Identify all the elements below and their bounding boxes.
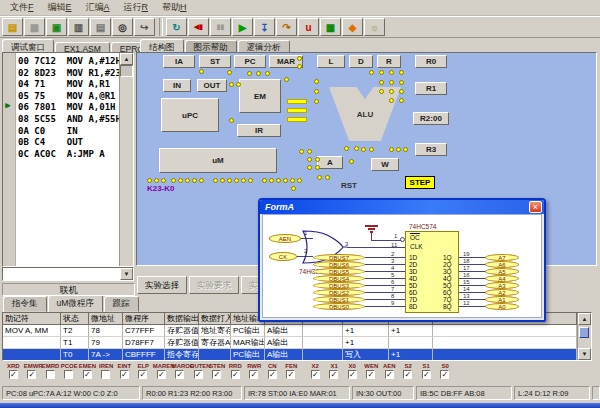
save-button[interactable]: ▦ [24,18,45,36]
signal-check-s1[interactable]: ✓ [422,370,431,379]
signal-check-aen[interactable]: ✓ [385,370,394,379]
listing-line[interactable]: 08 5C55 AND A,#55H [18,114,121,125]
signal-check-xrd[interactable]: ✓ [9,370,18,379]
signal-check-sten[interactable]: ✓ [212,370,221,379]
diagram-block-r0[interactable]: R0 [415,55,447,68]
compile-button[interactable]: ▣ [46,18,67,36]
scroll-thumb[interactable] [579,327,589,338]
close-icon[interactable]: × [529,201,542,213]
step-button[interactable]: STEP [405,176,435,189]
chevron-down-icon[interactable]: ▼ [120,268,133,280]
table-row[interactable]: T07A ->CBFFFF指令寄存器IPC输出A输出写入+1 [3,349,577,361]
signal-check-emwr[interactable]: ✓ [27,370,36,379]
help-button[interactable]: ☼ [364,18,385,36]
signal-check-s2[interactable]: ✓ [403,370,412,379]
tab-bottom-3[interactable]: 跟踪 [104,296,139,312]
stop-button[interactable]: ◀▮ [188,18,209,36]
signal-check-pcoe[interactable] [64,370,73,379]
listing-line[interactable]: 06 7801 MOV A,01H [18,102,116,113]
listing-line[interactable]: 04 71 MOV A,R1 [18,79,110,90]
listing-scrollbar[interactable]: ▲ [119,53,133,266]
diagram-block-em[interactable]: EM [239,79,281,113]
menu-item-3[interactable]: 汇编A [79,0,117,15]
signal-check-iren[interactable] [101,370,110,379]
chip-button[interactable]: ▦ [320,18,341,36]
assembly-listing[interactable]: 00 7C12 MOV A,#12H02 8D23 MOV R1,#23H04 … [2,52,134,267]
signal-check-cn[interactable]: ✓ [268,370,277,379]
diagram-block-a[interactable]: A [317,156,343,169]
file-combobox[interactable]: ▼ [2,267,134,281]
signal-check-wen[interactable]: ✓ [366,370,375,379]
scroll-down-icon[interactable]: ▼ [578,348,591,360]
diagram-block-r1[interactable]: R1 [415,82,447,95]
scroll-up-icon[interactable]: ▲ [578,313,591,325]
diagram-block-pc[interactable]: PC [234,55,266,68]
diagram-block-d[interactable]: D [349,55,373,68]
diagram-block-out[interactable]: OUT [197,79,227,92]
tab-bottom-1[interactable]: 指令集 [3,296,47,312]
pin-number: 1 [394,233,397,239]
listing-line[interactable]: 0B C4 OUT [18,137,83,148]
menu-item-4[interactable]: 运行R [117,0,156,15]
run-button[interactable]: ▶ [232,18,253,36]
diagram-block-ir[interactable]: IR [237,124,281,137]
diagram-block-r3[interactable]: R3 [415,143,447,156]
forma-title-bar[interactable]: FormA [260,200,544,214]
diagram-block-r[interactable]: R [377,55,401,68]
listing-line[interactable]: 0A C0 IN [18,126,78,137]
reset-button[interactable]: ↻ [166,18,187,36]
signal-check-x1[interactable]: ✓ [329,370,338,379]
save-icon: ▦ [30,22,39,33]
table-scrollbar[interactable]: ▲ ▼ [577,313,591,360]
listing-line[interactable]: 00 7C12 MOV A,#12H [18,56,121,67]
signal-check-outen[interactable]: ✓ [194,370,203,379]
diagram-block-upc[interactable]: uPC [161,98,219,132]
diagram-block-w[interactable]: W [371,158,399,171]
diagram-block-l[interactable]: L [317,55,345,68]
listing-line[interactable]: 02 8D23 MOV R1,#23H [18,68,126,79]
copy-button[interactable]: ▥ [68,18,89,36]
forma-window[interactable]: FormA × AENCK12374HC3274HC574OCCLK111DBU… [258,198,546,322]
scroll-up-icon[interactable]: ▲ [120,53,133,65]
menu-item-1[interactable]: 文件F [3,0,41,15]
diagram-block-st[interactable]: ST [199,55,231,68]
diagram-block-in[interactable]: IN [163,79,191,92]
search-button[interactable]: ◎ [112,18,133,36]
tab-bottom-2[interactable]: uM微程序 [48,295,103,312]
signal-check-rrd[interactable]: ✓ [231,370,240,379]
signal-check-fen[interactable]: ✓ [286,370,295,379]
signal-check-emen[interactable]: ✓ [83,370,92,379]
connection-dot [290,178,295,183]
signal-check-eint[interactable]: ✓ [120,370,129,379]
pause-button[interactable]: ▮▮ [210,18,231,36]
open-button[interactable]: ▤ [2,18,23,36]
diagram-block-um[interactable]: uM [159,148,277,173]
table-row[interactable]: MOV A, MMT278C77FFF存贮器值EM地址寄存器IPC输出A输出+1… [3,325,577,337]
signal-check-x0[interactable]: ✓ [348,370,357,379]
jump-button[interactable]: ◆ [342,18,363,36]
signal-name: PCOE [60,362,77,368]
step-into-button[interactable]: ↧ [254,18,275,36]
alu-block[interactable]: ALU [329,87,401,141]
signal-check-emrd[interactable] [46,370,55,379]
toolbar: ▤▦▣▥▤◎↪↻◀▮▮▮▶↧↷u▦◆☼ [0,16,600,38]
listing-line[interactable]: 05 75 MOV A,@R1 [18,91,116,102]
signal-check-rwr[interactable]: ✓ [249,370,258,379]
micro-step-button[interactable]: u [298,18,319,36]
signal-check-x2[interactable]: ✓ [311,370,320,379]
experiment-button-1[interactable]: 实验选择 [137,276,187,294]
table-row[interactable]: T179D78FF7存贮器值EM寄存器AMAR输出A输出+1 [3,337,577,349]
scroll-thumb[interactable] [120,65,133,77]
signal-check-maren[interactable]: ✓ [157,370,166,379]
diagram-block-ia[interactable]: IA [163,55,195,68]
signal-check-maroe[interactable]: ✓ [175,370,184,379]
listing-line[interactable]: 0C AC0C A:JMP A [18,149,105,160]
signal-check-s0[interactable]: ✓ [440,370,449,379]
menu-item-2[interactable]: 编辑E [41,0,79,15]
paste-button[interactable]: ▤ [90,18,111,36]
step-over-button[interactable]: ↷ [276,18,297,36]
menu-item-5[interactable]: 帮助H [155,0,194,15]
diagram-block-r2-00[interactable]: R2:00 [413,112,449,125]
signal-check-elp[interactable]: ✓ [138,370,147,379]
exit-button[interactable]: ↪ [134,18,155,36]
